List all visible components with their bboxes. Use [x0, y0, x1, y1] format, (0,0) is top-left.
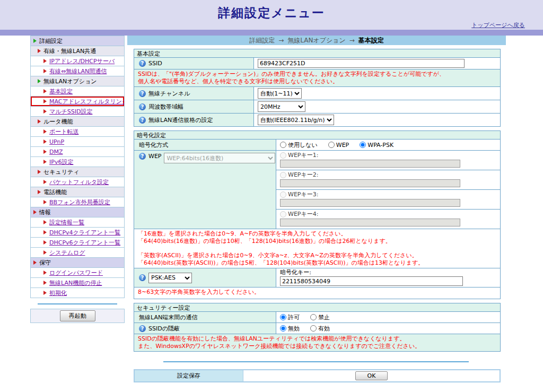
sidebar-item-ipv6-settings[interactable]: IPv6設定 — [31, 157, 124, 167]
encryption-none-radio[interactable] — [280, 142, 286, 148]
sidebar-item-multi-ssid[interactable]: マルチSSID設定 — [31, 107, 124, 117]
red-arrow-icon — [43, 220, 47, 224]
wep-type-cell: ? WEP WEP:64bits(16進数) — [134, 151, 276, 229]
green-arrow-icon — [38, 79, 41, 83]
red-arrow-icon — [38, 119, 41, 124]
sidebar-item-config-info-list[interactable]: 設定情報一覧 — [31, 217, 124, 228]
psk-key-label: 暗号化キー: — [280, 269, 496, 276]
red-arrow-icon — [43, 99, 47, 103]
help-icon[interactable]: ? — [139, 153, 146, 160]
psk-key-cell: 暗号化キー: — [276, 268, 500, 287]
encryption-wpa-psk-radio[interactable] — [360, 142, 366, 148]
sidebar-item-wired-wireless-bridge[interactable]: 有線⇔無線LAN間通信 — [31, 66, 124, 76]
psk-key-input[interactable] — [280, 276, 463, 286]
sidebar-item-dhcpv6-clients[interactable]: DHCPv6クライアント一覧 — [31, 238, 124, 248]
sidebar-item-security: セキュリティ — [31, 167, 124, 177]
encryption-wep-option[interactable]: WEP — [328, 142, 349, 149]
ssid-input[interactable] — [258, 59, 465, 68]
security-section-title: セキュリティー設定 — [134, 303, 500, 312]
sidebar-item-dhcpv4-clients[interactable]: DHCPv4クライアント一覧 — [31, 228, 124, 238]
wep-key-3: WEPキー3: — [276, 190, 500, 210]
lan-comm-options: 許可 禁止 — [276, 312, 500, 323]
sidebar-item-system-log[interactable]: システムログ — [31, 248, 124, 258]
sidebar-item-advanced-settings: 詳細設定 — [31, 36, 124, 46]
red-arrow-icon — [43, 160, 47, 164]
red-arrow-icon — [38, 49, 41, 53]
lan-comm-label-cell: 無線LAN端末間の通信 — [134, 312, 276, 323]
encryption-method-label-cell: 暗号化方式 — [134, 140, 276, 150]
page: 詳細設定メニュー トップページへ戻る 詳細設定 有線・無線LAN共通 IPアドレ… — [0, 0, 543, 392]
lan-comm-label: 無線LAN端末間の通信 — [139, 313, 197, 321]
help-icon[interactable]: ? — [139, 117, 146, 124]
ssid-hide-enabled-option[interactable]: 有効 — [310, 325, 330, 333]
psk-type-select[interactable]: PSK:AES — [148, 273, 192, 283]
wireless-standard-select[interactable]: 自動(IEEE802.11b/g/n) — [258, 115, 334, 125]
psk-type-cell: ? PSK:AES — [134, 268, 276, 287]
page-header: 詳細設定メニュー トップページへ戻る — [0, 0, 543, 30]
wep-type-select: WEP:64bits(16進数) — [164, 153, 275, 163]
lan-comm-deny-option[interactable]: 禁止 — [310, 313, 330, 321]
wep-key-2-label: WEPキー2: — [288, 171, 318, 179]
ssid-hide-enabled-radio[interactable] — [310, 325, 317, 332]
red-arrow-icon — [43, 129, 47, 134]
sidebar-item-ip-dhcp-server[interactable]: IPアドレス/DHCPサーバ — [31, 56, 124, 66]
help-icon[interactable]: ? — [139, 325, 146, 332]
wep-key-1-input — [280, 160, 460, 168]
ssid-hide-label-cell: ? SSIDの隠蔽 — [134, 323, 276, 334]
save-settings-bar: 設定保存 OK — [134, 369, 501, 382]
psk-note: 8~63文字の半角英数字を入力してください。 — [134, 288, 500, 299]
reboot-button[interactable]: 再起動 — [60, 310, 95, 321]
encryption-none-option[interactable]: 使用しない — [280, 141, 318, 149]
sidebar-item-login-password[interactable]: ログインパスワード — [31, 268, 124, 278]
ok-button[interactable]: OK — [355, 371, 388, 380]
bandwidth-select[interactable]: 20MHz — [258, 101, 305, 112]
ssid-note: SSIDは、「"(半角)ダブルクォーテーション)」のみ使用できません。お好きな文… — [134, 69, 500, 86]
sidebar-item-initialize[interactable]: 初期化 — [31, 288, 124, 298]
ssid-hide-disabled-radio[interactable] — [280, 325, 286, 332]
sidebar-item-upnp[interactable]: UPnP — [31, 137, 124, 147]
wep-label: WEP — [148, 153, 161, 160]
red-arrow-icon — [43, 271, 47, 275]
help-icon[interactable]: ? — [139, 60, 146, 67]
wep-key-2-input — [280, 179, 460, 187]
help-icon[interactable]: ? — [139, 274, 146, 281]
help-icon[interactable]: ? — [139, 103, 146, 110]
sidebar-item-port-forwarding[interactable]: ポート転送 — [31, 127, 124, 137]
ssid-label-cell: ? SSID — [134, 58, 254, 69]
lan-comm-allow-option[interactable]: 許可 — [280, 313, 300, 321]
sidebar-item-bbphone-area-code[interactable]: BBフォン市外局番設定 — [31, 197, 124, 207]
wep-key-3-radio — [280, 191, 286, 198]
encryption-method-options: 使用しない WEP WPA-PSK — [276, 140, 500, 150]
sidebar: 詳細設定 有線・無線LAN共通 IPアドレス/DHCPサーバ 有線⇔無線LAN間… — [30, 36, 125, 323]
channel-select[interactable]: 自動(1~11) — [258, 88, 302, 99]
green-arrow-icon — [33, 39, 37, 43]
sidebar-item-mac-filtering[interactable]: MACアドレスフィルタリング — [31, 97, 124, 107]
encryption-settings-section: 暗号化設定 暗号化方式 使用しない WEP WPA-PSK ? WEP — [134, 130, 501, 299]
bandwidth-label-cell: ? 周波数帯域幅 — [134, 100, 254, 113]
sidebar-item-maintenance: 保守 — [31, 258, 124, 268]
sidebar-item-information: 情報 — [31, 207, 124, 217]
standard-label-cell: ? 無線LAN通信規格の設定 — [134, 114, 254, 126]
wep-key-4-radio — [280, 211, 286, 217]
lan-comm-allow-radio[interactable] — [280, 314, 286, 320]
sidebar-item-wireless-lan-option: 無線LANオプション — [31, 76, 124, 86]
sidebar-item-packet-filter[interactable]: パケットフィルタ設定 — [31, 177, 124, 187]
red-arrow-icon — [43, 281, 47, 285]
wep-note: 「16進数」を選択された場合は0~9、A~Fの英数字を半角入力してください。 「… — [134, 229, 500, 268]
encryption-wep-radio[interactable] — [328, 142, 335, 148]
lan-comm-deny-radio[interactable] — [310, 314, 317, 320]
sidebar-item-wireless-lan-stop[interactable]: 無線LAN機能の停止 — [31, 278, 124, 288]
header-divider-strip — [0, 30, 543, 36]
encryption-section-title: 暗号化設定 — [134, 131, 500, 140]
ssid-hide-disabled-option[interactable]: 無効 — [280, 325, 300, 333]
back-to-top-link[interactable]: トップページへ戻る — [471, 21, 525, 29]
help-icon[interactable]: ? — [139, 90, 146, 97]
breadcrumb-item: 無線LANオプション — [287, 37, 346, 44]
encryption-wpa-psk-option[interactable]: WPA-PSK — [360, 142, 393, 149]
sidebar-item-dmz[interactable]: DMZ — [31, 147, 124, 157]
main-content: 詳細設定→無線LANオプション→基本設定 基本設定 ? SSID SSIDは、「… — [127, 36, 506, 392]
sidebar-item-basic-settings[interactable]: 基本設定 — [31, 86, 124, 97]
security-note: SSIDの隠蔽機能を有効にした場合、無線LANユーティリティでは検索機能が使用で… — [134, 334, 500, 351]
red-arrow-icon — [43, 59, 47, 63]
wep-key-4-label: WEPキー4: — [288, 210, 318, 218]
